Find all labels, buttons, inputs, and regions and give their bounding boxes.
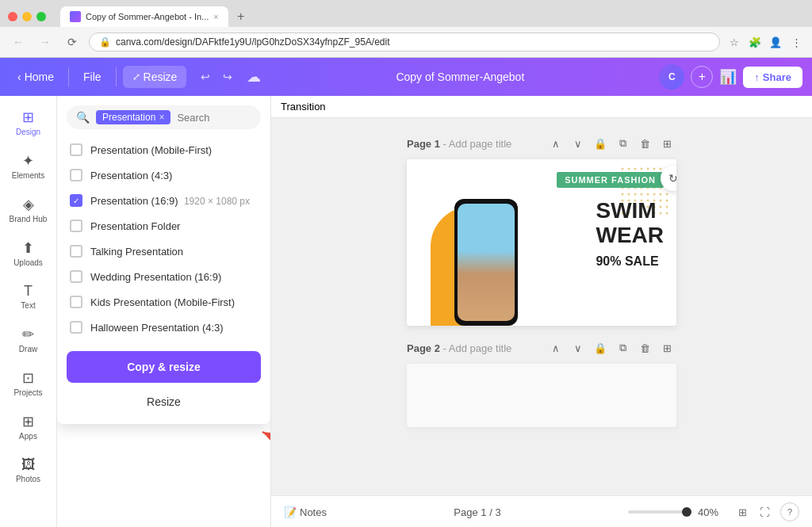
- user-avatar[interactable]: C: [659, 64, 684, 90]
- resize-dropdown: 🔍 Presentation × × Presentation (Mobile-…: [57, 96, 270, 424]
- page-1-label: Page 1 - Add page title: [407, 138, 511, 150]
- resize-only-button[interactable]: Resize: [67, 389, 261, 414]
- page-1-header: Page 1 - Add page title ∧ ∨ 🔒 ⧉ 🗑 ⊞: [407, 134, 676, 153]
- option-label-kids-presentation: Kids Presentation (Mobile-First): [90, 296, 235, 308]
- analytics-icon[interactable]: 📊: [719, 68, 737, 86]
- page-2-canvas[interactable]: [407, 364, 676, 427]
- checkbox-talking-presentation[interactable]: [70, 245, 82, 258]
- option-label-presentation-folder: Presentation Folder: [90, 220, 180, 232]
- transition-label: Transition: [281, 101, 326, 113]
- extension-icon-1[interactable]: 🧩: [747, 34, 763, 50]
- tab-title: Copy of Sommer-Angebot - In...: [86, 12, 209, 21]
- sidebar-item-draw[interactable]: ✏ Draw: [5, 319, 52, 360]
- forward-button[interactable]: →: [35, 32, 56, 52]
- option-kids-presentation[interactable]: Kids Presentation (Mobile-First): [67, 289, 261, 315]
- sidebar-label-draw: Draw: [19, 345, 37, 353]
- option-presentation-169[interactable]: Presentation (16:9) 1920 × 1080 px: [67, 188, 261, 213]
- dot-yellow[interactable]: [22, 12, 32, 21]
- bookmark-icon[interactable]: ☆: [726, 34, 742, 50]
- sidebar-item-design[interactable]: ⊞ Design: [5, 102, 52, 143]
- sidebar-item-apps[interactable]: ⊞ Apps: [5, 407, 52, 447]
- zoom-slider[interactable]: [628, 510, 691, 514]
- page-2-header: Page 2 - Add page title ∧ ∨ 🔒 ⧉ 🗑 ⊞: [407, 338, 676, 357]
- option-talking-presentation[interactable]: Talking Presentation: [67, 239, 261, 264]
- fullscreen-button[interactable]: ⛶: [755, 502, 774, 521]
- dot-green[interactable]: [36, 12, 46, 21]
- zoom-control: 40%: [628, 506, 726, 518]
- page-up-button[interactable]: ∧: [546, 134, 565, 153]
- page-delete-button[interactable]: 🗑: [635, 134, 654, 153]
- sidebar-item-projects[interactable]: ⊡ Projects: [5, 363, 52, 403]
- checkbox-presentation-43[interactable]: [70, 169, 82, 181]
- apps-icon: ⊞: [22, 413, 34, 430]
- page-copy-button[interactable]: ⧉: [613, 134, 632, 153]
- dropdown-search-input[interactable]: [177, 112, 271, 124]
- reload-button[interactable]: ⟳: [62, 32, 82, 52]
- redo-button[interactable]: ↪: [218, 67, 237, 86]
- page-more-button[interactable]: ⊞: [657, 134, 676, 153]
- page2-lock-button[interactable]: 🔒: [591, 338, 610, 357]
- page-down-button[interactable]: ∨: [569, 134, 588, 153]
- sidebar-item-text[interactable]: T Text: [5, 277, 52, 316]
- page2-more-button[interactable]: ⊞: [657, 338, 676, 357]
- file-menu[interactable]: File: [75, 66, 109, 88]
- checkbox-presentation-mobile[interactable]: [70, 143, 82, 156]
- address-bar[interactable]: 🔒 canva.com/design/DAFktfe1y9U/lpG0hzDoS…: [89, 32, 720, 52]
- checkbox-wedding-presentation[interactable]: [70, 270, 82, 283]
- swimwear-line2: WEAR: [596, 223, 664, 248]
- share-label: Share: [763, 71, 791, 83]
- extension-icon-2[interactable]: 👤: [768, 34, 783, 50]
- resize-button[interactable]: ⤢ Resize: [123, 66, 187, 88]
- page-1-sublabel: - Add page title: [443, 138, 512, 150]
- dropdown-actions: Copy & resize Resize: [67, 351, 261, 414]
- left-panel: Templates 🔍 Recently used MID-YEARSALE W…: [57, 96, 271, 527]
- photos-icon: 🖼: [21, 456, 36, 473]
- zoom-slider-thumb[interactable]: [682, 507, 691, 517]
- notes-button[interactable]: 📝 Notes: [284, 506, 327, 518]
- help-button[interactable]: ?: [780, 502, 799, 521]
- sidebar-item-photos[interactable]: 🖼 Photos: [5, 450, 52, 490]
- page-lock-button[interactable]: 🔒: [591, 134, 610, 153]
- sidebar-item-elements[interactable]: ✦ Elements: [5, 146, 52, 186]
- option-presentation-43[interactable]: Presentation (4:3): [67, 162, 261, 188]
- page2-copy-button[interactable]: ⧉: [613, 338, 632, 357]
- copy-resize-button[interactable]: Copy & resize: [67, 351, 261, 383]
- checkbox-presentation-169[interactable]: [70, 194, 82, 207]
- page-2-card: Page 2 - Add page title ∧ ∨ 🔒 ⧉ 🗑 ⊞: [407, 338, 676, 427]
- add-collaborator-button[interactable]: +: [691, 66, 713, 88]
- search-tag-close[interactable]: ×: [159, 112, 164, 123]
- grid-view-button[interactable]: ⊞: [733, 502, 752, 521]
- page2-up-button[interactable]: ∧: [546, 338, 565, 357]
- url-text: canva.com/design/DAFktfe1y9U/lpG0hzDoSX3…: [116, 36, 710, 48]
- option-presentation-mobile[interactable]: Presentation (Mobile-First): [67, 137, 261, 162]
- dropdown-search-icon: 🔍: [76, 111, 90, 124]
- active-tab[interactable]: Copy of Sommer-Angebot - In... ×: [60, 6, 228, 27]
- page2-down-button[interactable]: ∨: [569, 338, 588, 357]
- checkbox-kids-presentation[interactable]: [70, 296, 82, 308]
- checkbox-presentation-folder[interactable]: [70, 220, 82, 232]
- option-label-presentation-43: Presentation (4:3): [90, 170, 172, 181]
- new-tab-button[interactable]: +: [232, 7, 251, 26]
- option-presentation-folder[interactable]: Presentation Folder: [67, 213, 261, 239]
- menu-icon[interactable]: ⋮: [788, 34, 804, 50]
- sidebar-label-text: Text: [21, 301, 35, 310]
- home-button[interactable]: ‹ Home: [10, 66, 62, 88]
- back-button[interactable]: ←: [8, 32, 29, 52]
- option-wedding-presentation[interactable]: Wedding Presentation (16:9): [67, 264, 261, 289]
- uploads-icon: ⬆: [22, 239, 34, 257]
- tab-close-button[interactable]: ×: [213, 12, 218, 21]
- cloud-icon[interactable]: ☁: [247, 68, 261, 86]
- page-1-canvas[interactable]: SUMMER FASHION SWIM WEAR 90% SALE: [407, 159, 676, 326]
- dot-red[interactable]: [8, 12, 17, 21]
- sidebar-label-elements: Elements: [12, 171, 45, 180]
- text-icon: T: [24, 283, 33, 300]
- sidebar-item-brand-hub[interactable]: ◈ Brand Hub: [5, 189, 52, 230]
- option-halloween-presentation[interactable]: Halloween Presentation (4:3): [67, 315, 261, 340]
- share-button[interactable]: ↑ Share: [743, 67, 802, 88]
- undo-button[interactable]: ↩: [196, 67, 215, 86]
- page2-delete-button[interactable]: 🗑: [635, 338, 654, 357]
- sidebar-item-uploads[interactable]: ⬆ Uploads: [5, 233, 52, 273]
- checkbox-halloween-presentation[interactable]: [70, 321, 82, 334]
- topbar-right: C + 📊 ↑ Share: [659, 64, 802, 90]
- dropdown-search-bar[interactable]: 🔍 Presentation × ×: [67, 105, 261, 129]
